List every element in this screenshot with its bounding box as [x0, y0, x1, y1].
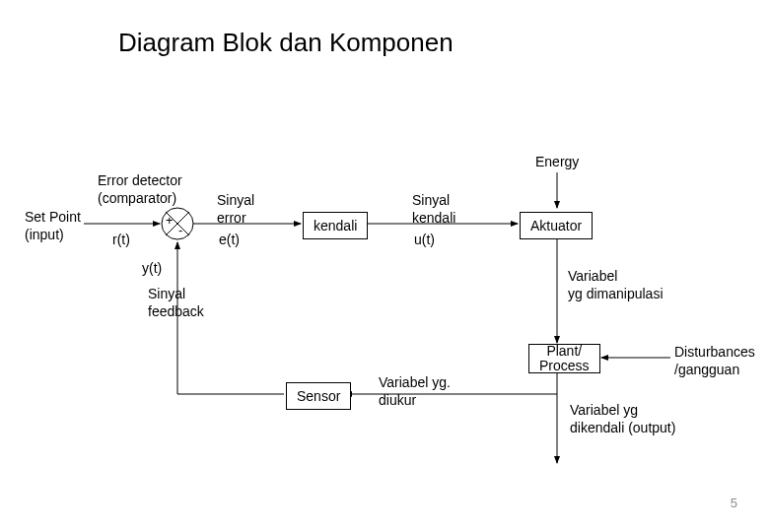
rt-label: r(t)	[112, 232, 130, 249]
plus-sign: +	[166, 213, 174, 229]
aktuator-block: Aktuator	[520, 212, 593, 239]
var-diukur-label: Variabel yg. diukur	[379, 374, 451, 409]
kendali-block: kendali	[303, 212, 368, 239]
disturbances-label: Disturbances /gangguan	[674, 344, 755, 378]
sensor-block: Sensor	[286, 382, 351, 410]
sinyal-error-label: Sinyal error	[217, 192, 254, 227]
sinyal-feedback-label: Sinyal feedback	[148, 286, 204, 320]
slide-number: 5	[731, 496, 737, 510]
set-point-label: Set Point (input)	[25, 209, 81, 243]
diagram-stage: Diagram Blok dan Komponen	[0, 0, 769, 532]
var-manipulasi-label: Variabel yg dimanipulasi	[568, 268, 664, 302]
diagram-lines	[0, 0, 769, 532]
minus-sign: -	[178, 223, 182, 238]
energy-label: Energy	[535, 154, 579, 171]
et-label: e(t)	[219, 232, 240, 249]
plant-block: Plant/ Process	[528, 344, 600, 373]
var-output-label: Variabel yg dikendali (output)	[570, 402, 675, 436]
sinyal-kendali-label: Sinyal kendali	[412, 192, 455, 227]
sensor-text: Sensor	[297, 388, 340, 404]
yt-label: y(t)	[142, 260, 162, 278]
error-detector-label: Error detector (comparator)	[98, 172, 182, 207]
plant-text: Plant/ Process	[539, 344, 590, 374]
aktuator-text: Aktuator	[530, 218, 582, 233]
kendali-text: kendali	[314, 218, 357, 233]
ut-label: u(t)	[414, 232, 435, 249]
